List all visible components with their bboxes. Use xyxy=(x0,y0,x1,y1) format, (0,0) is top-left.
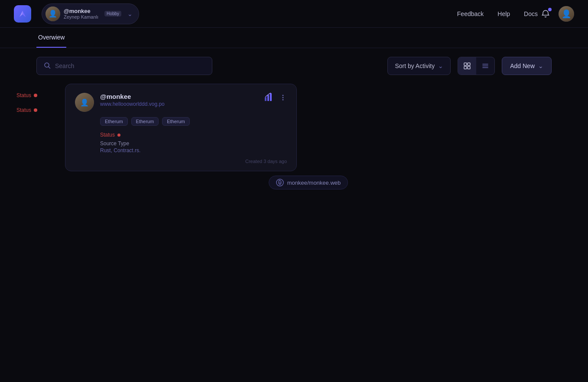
profile-pill[interactable]: 👤 @monkee Zeynep Kamanlı Hobby ⌄ xyxy=(42,3,139,24)
svg-point-12 xyxy=(283,95,284,96)
nav-docs[interactable]: Docs xyxy=(524,10,538,17)
logo-area xyxy=(14,5,31,23)
notification-badge xyxy=(548,8,552,11)
svg-rect-9 xyxy=(265,97,266,101)
profile-badge: Hobby xyxy=(104,11,121,16)
filter-item-1[interactable]: Status xyxy=(13,91,48,100)
content-area: Status Status 👤 @monkee www.helloooworld… xyxy=(0,84,588,189)
add-new-label: Add New xyxy=(510,62,535,69)
profile-avatar: 👤 xyxy=(45,7,60,21)
project-card: 👤 @monkee www.helloooworlddd.vog.po xyxy=(65,84,297,171)
card-meta: Status Source Type Rust, Contract.rs. xyxy=(75,132,287,153)
filter-dot-2 xyxy=(34,108,37,112)
source-type-value: Rust, Contract.rs. xyxy=(100,147,287,153)
card-header: 👤 @monkee www.helloooworlddd.vog.po xyxy=(75,93,287,112)
status-row: Status xyxy=(100,132,287,138)
tabs-bar: Overwiew xyxy=(0,28,588,48)
svg-point-14 xyxy=(283,99,284,100)
svg-rect-2 xyxy=(464,63,467,65)
svg-rect-3 xyxy=(468,63,470,65)
sort-dropdown[interactable]: Sort by Activity ⌄ xyxy=(387,57,451,75)
svg-point-16 xyxy=(279,180,281,185)
svg-line-1 xyxy=(49,67,50,69)
card-title-area: @monkee www.helloooworlddd.vog.po xyxy=(100,93,258,107)
card-handle: @monkee xyxy=(100,93,258,100)
svg-point-15 xyxy=(276,179,283,186)
view-toggle xyxy=(458,57,495,75)
topnav: 👤 @monkee Zeynep Kamanlı Hobby ⌄ Feedbac… xyxy=(0,0,588,28)
add-new-button[interactable]: Add New ⌄ xyxy=(502,57,552,75)
card-url: www.helloooworlddd.vog.po xyxy=(100,101,258,107)
card-actions xyxy=(264,93,287,104)
status-dot xyxy=(117,134,120,137)
filter-label-2: Status xyxy=(16,107,31,113)
tab-overview[interactable]: Overwiew xyxy=(36,28,66,48)
cards-area: 👤 @monkee www.helloooworlddd.vog.po xyxy=(48,84,588,189)
card-footer: Created 3 days ago xyxy=(75,159,287,164)
profile-chevron-icon: ⌄ xyxy=(127,10,133,17)
user-avatar-top[interactable]: 👤 xyxy=(559,6,574,22)
svg-rect-4 xyxy=(464,66,467,69)
filter-dot-1 xyxy=(34,94,37,97)
status-label: Status xyxy=(100,132,115,138)
search-box xyxy=(36,57,212,75)
card-avatar: 👤 xyxy=(75,93,94,112)
source-type-section: Source Type Rust, Contract.rs. xyxy=(100,140,287,153)
profile-info: @monkee Zeynep Kamanlı xyxy=(64,8,98,20)
sort-label: Sort by Activity xyxy=(395,62,435,69)
svg-rect-5 xyxy=(468,66,470,69)
filter-label-1: Status xyxy=(16,92,31,98)
toolbar: Sort by Activity ⌄ Add New ⌄ xyxy=(0,48,588,84)
search-icon xyxy=(44,62,51,70)
repo-badge[interactable]: monkee/monkee.web xyxy=(269,176,348,189)
svg-rect-10 xyxy=(267,95,269,101)
source-type-label: Source Type xyxy=(100,140,287,147)
profile-handle: @monkee xyxy=(64,8,98,14)
repo-name: monkee/monkee.web xyxy=(287,180,341,186)
grid-view-button[interactable] xyxy=(458,57,476,75)
list-view-button[interactable] xyxy=(476,57,494,75)
tags-row: Etherum Etherum Etherum xyxy=(75,117,287,126)
logo-icon xyxy=(14,5,31,23)
profile-name: Zeynep Kamanlı xyxy=(64,14,98,20)
notifications-bell[interactable] xyxy=(538,6,553,22)
tag-2: Etherum xyxy=(162,117,190,126)
sidebar-filters: Status Status xyxy=(13,84,48,189)
card-timestamp: Created 3 days ago xyxy=(245,159,287,164)
add-new-chevron-icon: ⌄ xyxy=(538,62,543,69)
tag-0: Etherum xyxy=(100,117,128,126)
nav-help[interactable]: Help xyxy=(497,10,510,17)
tag-1: Etherum xyxy=(131,117,159,126)
nav-feedback[interactable]: Feedback xyxy=(457,10,484,17)
nav-links: Feedback Help Docs xyxy=(457,10,538,17)
chart-icon[interactable] xyxy=(264,93,274,104)
filter-item-2[interactable]: Status xyxy=(13,105,48,115)
search-input[interactable] xyxy=(55,62,205,69)
svg-point-13 xyxy=(283,97,284,98)
svg-rect-11 xyxy=(270,93,272,101)
more-options-icon[interactable] xyxy=(279,94,287,103)
sort-chevron-icon: ⌄ xyxy=(438,62,443,69)
